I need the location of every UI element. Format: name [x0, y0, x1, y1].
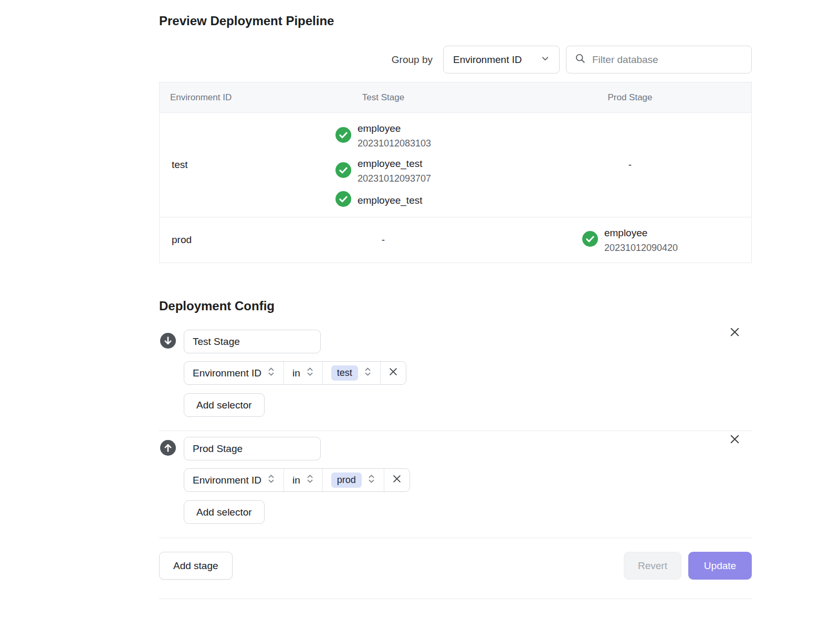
- deployment-entry: employee 20231012090420: [582, 225, 678, 255]
- column-header-environment-id: Environment ID: [160, 92, 258, 103]
- remove-stage-button[interactable]: [728, 433, 741, 447]
- deployment-entry: employee_test 20231012093707: [335, 156, 431, 186]
- pipeline-table: Environment ID Test Stage Prod Stage tes…: [159, 82, 752, 263]
- filter-database-input[interactable]: [592, 54, 743, 66]
- chevron-up-down-icon: [306, 474, 314, 486]
- footer-divider: [159, 538, 752, 538]
- chevron-up-down-icon: [267, 474, 275, 486]
- prod-stage-empty-cell: -: [509, 159, 751, 171]
- check-circle-icon: [335, 127, 351, 145]
- selector-control: Environment ID in test: [184, 361, 406, 385]
- selector-key-select[interactable]: Environment ID: [184, 362, 284, 384]
- schema-version: 20231012083103: [358, 136, 431, 151]
- config-footer: Add stage Revert Update: [159, 552, 752, 580]
- remove-selector-button[interactable]: [381, 362, 406, 384]
- close-icon: [729, 326, 741, 340]
- chevron-up-down-icon: [364, 367, 372, 379]
- deployment-entry: employee 20231012083103: [335, 121, 431, 151]
- schema-version: 20231012090420: [604, 240, 678, 255]
- database-name: employee: [358, 121, 431, 136]
- test-stage-empty-cell: -: [258, 234, 509, 246]
- selector-operator-select[interactable]: in: [284, 362, 323, 384]
- check-circle-icon: [335, 191, 351, 209]
- table-row: test employee 20231012083103: [160, 113, 751, 217]
- chevron-up-down-icon: [267, 367, 275, 379]
- arrow-down-circle-icon: [160, 333, 176, 351]
- stage-name-input[interactable]: [184, 330, 321, 353]
- schema-version: 20231012093707: [358, 171, 431, 186]
- selector-operator-value: in: [292, 475, 300, 486]
- add-selector-button[interactable]: Add selector: [184, 500, 265, 524]
- check-circle-icon: [335, 162, 351, 180]
- stage-name-input[interactable]: [184, 437, 321, 460]
- chevron-down-icon: [541, 54, 550, 66]
- column-header-test-stage: Test Stage: [258, 92, 509, 103]
- table-row: prod - employee 20231012090420: [160, 217, 751, 262]
- selector-value-pill: prod: [331, 472, 362, 488]
- close-icon: [729, 433, 741, 447]
- selector-operator-select[interactable]: in: [284, 469, 323, 491]
- pipeline-table-header: Environment ID Test Stage Prod Stage: [160, 82, 751, 113]
- remove-selector-button[interactable]: [384, 469, 410, 491]
- page-title: Preview Deployment Pipeline: [159, 14, 752, 28]
- column-header-prod-stage: Prod Stage: [509, 92, 751, 103]
- deployment-config-title: Deployment Config: [159, 299, 752, 313]
- test-stage-cell: employee 20231012083103 employee_test 20…: [258, 121, 509, 209]
- chevron-up-down-icon: [306, 367, 314, 379]
- revert-button[interactable]: Revert: [624, 552, 681, 580]
- prod-stage-cell: employee 20231012090420: [509, 225, 751, 255]
- selector-key-value: Environment ID: [193, 368, 261, 379]
- environment-id-cell: prod: [160, 234, 258, 246]
- search-icon: [575, 53, 586, 66]
- selector-value-select[interactable]: prod: [323, 469, 384, 491]
- database-name: employee_test: [358, 193, 423, 208]
- arrow-up-circle-icon: [160, 440, 176, 458]
- close-icon: [392, 474, 402, 487]
- stage-card-prod: Environment ID in prod: [159, 437, 752, 524]
- selector-operator-value: in: [292, 368, 300, 379]
- database-name: employee_test: [358, 156, 431, 171]
- database-name: employee: [604, 225, 678, 240]
- close-icon: [388, 366, 398, 380]
- group-by-selected-value: Environment ID: [453, 54, 522, 66]
- pipeline-toolbar: Group by Environment ID: [159, 46, 752, 74]
- group-by-label: Group by: [392, 54, 433, 66]
- selector-control: Environment ID in prod: [184, 468, 410, 492]
- chevron-up-down-icon: [368, 474, 375, 486]
- selector-value-pill: test: [331, 365, 358, 381]
- remove-stage-button[interactable]: [728, 326, 741, 340]
- add-stage-button[interactable]: Add stage: [159, 552, 233, 580]
- check-circle-icon: [582, 231, 598, 249]
- stage-card-test: Environment ID in test: [159, 330, 752, 417]
- environment-id-cell: test: [160, 159, 258, 171]
- page-bottom-divider: [159, 598, 752, 599]
- filter-database-field[interactable]: [566, 46, 752, 74]
- deployment-entry: employee_test: [335, 191, 431, 209]
- add-selector-button[interactable]: Add selector: [184, 393, 265, 417]
- selector-value-select[interactable]: test: [323, 362, 381, 384]
- selector-key-select[interactable]: Environment ID: [184, 469, 284, 491]
- group-by-select[interactable]: Environment ID: [443, 46, 560, 74]
- stage-divider: [159, 430, 752, 431]
- update-button[interactable]: Update: [688, 552, 752, 580]
- main-panel: Preview Deployment Pipeline Group by Env…: [159, 0, 752, 599]
- selector-key-value: Environment ID: [193, 475, 261, 486]
